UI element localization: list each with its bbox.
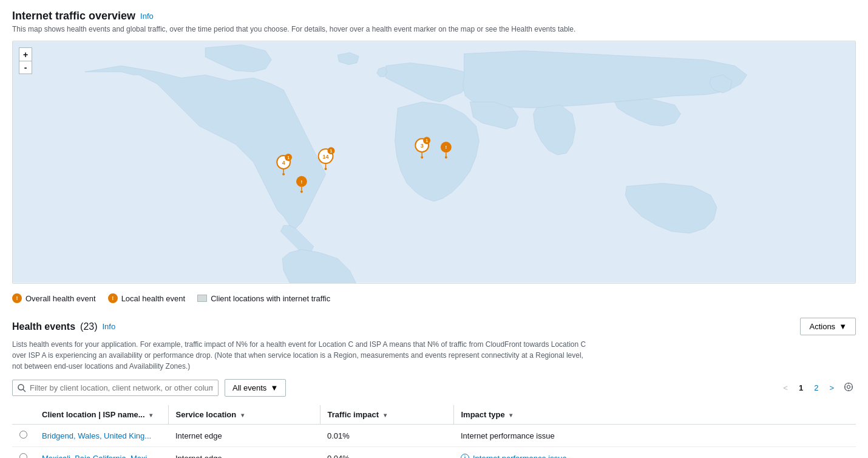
row2-service-cell: Internet edge — [168, 447, 320, 459]
svg-text:1: 1 — [287, 156, 290, 160]
table-settings-button[interactable] — [841, 381, 856, 395]
row2-impact-cell: i Internet performance issue — [453, 447, 856, 459]
svg-text:4: 4 — [282, 160, 285, 166]
svg-line-28 — [23, 389, 25, 392]
search-input[interactable] — [30, 383, 213, 392]
row2-radio-cell — [12, 447, 35, 459]
search-icon — [18, 384, 26, 392]
row1-traffic-cell: 0.01% — [320, 425, 453, 447]
legend-client: Client locations with internet traffic — [197, 294, 330, 303]
row2-service-value: Internet edge — [175, 454, 222, 459]
world-map: + - — [12, 41, 856, 284]
events-count: (23) — [80, 321, 97, 332]
section-info-link[interactable]: Info — [103, 322, 116, 331]
zoom-controls: + - — [19, 47, 32, 74]
row2-impact-link[interactable]: Internet performance issue — [473, 454, 567, 459]
svg-point-12 — [325, 168, 327, 170]
row2-traffic-cell: 0.04% — [320, 447, 453, 459]
svg-point-26 — [445, 156, 447, 159]
row1-radio-cell — [12, 425, 35, 447]
health-events-header: Health events (23) Info Actions ▼ — [12, 318, 856, 335]
row2-client-cell: Mexicali, Baja California, Mexi... — [35, 447, 168, 459]
overall-event-icon: ! — [12, 293, 22, 303]
th-traffic-label: Traffic impact — [328, 410, 379, 419]
row2-traffic-value: 0.04% — [327, 454, 350, 459]
th-service: Service location ▾ — [168, 405, 320, 425]
th-client: Client location | ISP name... ▾ — [35, 405, 168, 425]
client-traffic-label: Client locations with internet traffic — [211, 294, 330, 303]
page-title: Internet traffic overview — [12, 10, 135, 22]
local-event-icon: ! — [108, 293, 118, 303]
svg-text:!: ! — [446, 145, 447, 150]
row2-impact-wrapper: i Internet performance issue — [461, 454, 849, 459]
actions-chevron-icon: ▼ — [839, 322, 847, 331]
search-wrapper[interactable] — [12, 380, 219, 396]
actions-button[interactable]: Actions ▼ — [800, 318, 856, 335]
actions-label: Actions — [809, 322, 835, 331]
title-info-link[interactable]: Info — [140, 12, 154, 21]
overall-event-label: Overall health event — [25, 294, 96, 303]
svg-text:1: 1 — [426, 138, 428, 143]
legend-local: ! Local health event — [108, 293, 186, 303]
zoom-out-button[interactable]: - — [19, 61, 32, 74]
row1-service-cell: Internet edge — [168, 425, 320, 447]
page-1-button[interactable]: 1 — [795, 382, 807, 394]
row1-impact-cell: Internet performance issue — [453, 425, 856, 447]
row2-info-icon: i — [461, 454, 469, 458]
settings-icon — [844, 382, 853, 392]
svg-point-6 — [282, 173, 285, 176]
service-sort-icon[interactable]: ▾ — [241, 412, 244, 419]
svg-text:3: 3 — [421, 143, 424, 149]
page-subtitle: This map shows health events and global … — [12, 25, 856, 33]
row1-client-cell: Bridgend, Wales, United King... — [35, 425, 168, 447]
pagination-controls: < 1 2 > — [779, 381, 856, 395]
all-events-button[interactable]: All events ▼ — [225, 379, 286, 397]
svg-point-16 — [300, 191, 303, 193]
row1-service-value: Internet edge — [175, 431, 222, 440]
section-title: Health events — [12, 321, 75, 332]
zoom-in-button[interactable]: + — [19, 47, 32, 61]
svg-point-22 — [421, 156, 423, 159]
svg-text:1: 1 — [330, 149, 333, 153]
table-row: Bridgend, Wales, United King... Internet… — [12, 425, 856, 447]
client-sort-icon[interactable]: ▾ — [149, 412, 152, 419]
local-event-label: Local health event — [121, 294, 186, 303]
all-events-label: All events — [232, 383, 266, 392]
row1-radio[interactable] — [19, 431, 27, 439]
th-traffic: Traffic impact ▾ — [320, 405, 453, 425]
svg-point-30 — [847, 385, 850, 388]
section-title-group: Health events (23) Info — [12, 321, 115, 332]
legend-overall: ! Overall health event — [12, 293, 96, 303]
next-page-button[interactable]: > — [826, 382, 838, 394]
impact-sort-icon[interactable]: ▾ — [509, 412, 512, 419]
th-service-label: Service location — [176, 410, 237, 419]
table-header-row: Client location | ISP name... ▾ Service … — [12, 405, 856, 425]
map-svg: 4 1 14 1 ! — [13, 41, 855, 283]
th-client-label: Client location | ISP name... — [42, 410, 145, 419]
page-2-button[interactable]: 2 — [810, 382, 822, 394]
th-impact: Impact type ▾ — [453, 405, 856, 425]
client-traffic-icon — [197, 295, 207, 302]
svg-text:14: 14 — [323, 154, 329, 160]
row1-impact-value: Internet performance issue — [461, 431, 555, 440]
row1-client-link[interactable]: Bridgend, Wales, United King... — [42, 431, 151, 440]
map-legend: ! Overall health event ! Local health ev… — [12, 289, 856, 308]
health-events-table: Client location | ISP name... ▾ Service … — [12, 405, 856, 458]
filter-row: All events ▼ < 1 2 > — [12, 379, 856, 397]
all-events-chevron-icon: ▼ — [270, 383, 278, 392]
svg-text:!: ! — [301, 179, 303, 185]
th-impact-label: Impact type — [461, 410, 505, 419]
row1-traffic-value: 0.01% — [327, 431, 350, 440]
svg-point-27 — [18, 385, 24, 390]
prev-page-button[interactable]: < — [779, 382, 792, 394]
row2-client-link[interactable]: Mexicali, Baja California, Mexi... — [42, 454, 154, 459]
th-select — [12, 405, 35, 425]
traffic-sort-icon[interactable]: ▾ — [384, 412, 387, 419]
row2-radio[interactable] — [19, 453, 27, 458]
section-description: Lists health events for your application… — [12, 339, 595, 372]
table-row: Mexicali, Baja California, Mexi... Inter… — [12, 447, 856, 459]
